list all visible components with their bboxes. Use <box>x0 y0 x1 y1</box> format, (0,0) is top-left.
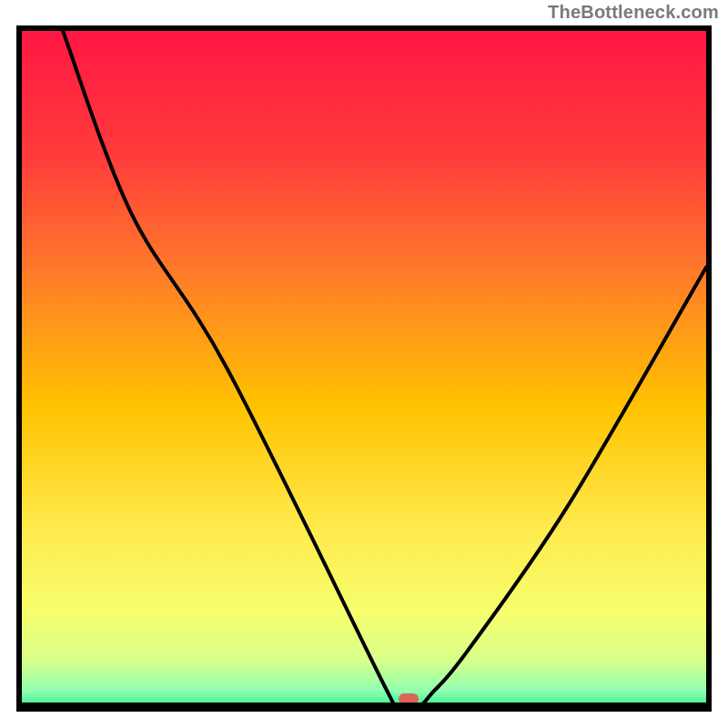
bottleneck-curve <box>22 31 706 706</box>
watermark-text: TheBottleneck.com <box>548 2 719 23</box>
chart-container: TheBottleneck.com <box>0 0 728 728</box>
x-axis-baseline <box>22 703 706 706</box>
plot-area <box>16 25 712 712</box>
